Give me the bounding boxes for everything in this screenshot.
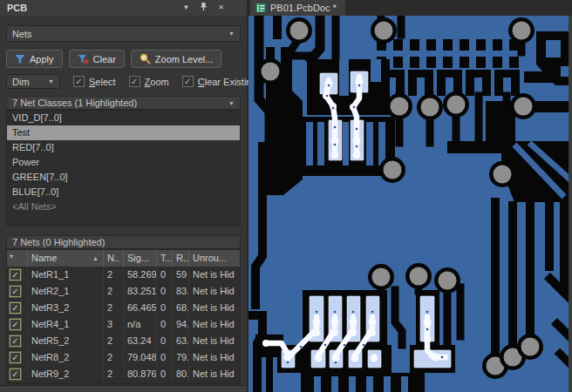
net-class-item[interactable]: RED[7..0]	[7, 140, 240, 155]
net-cell-unrouted: Net is Hid	[189, 300, 240, 316]
net-class-item[interactable]: GREEN[7..0]	[7, 170, 240, 185]
net-visible-checkbox[interactable]: ✓	[10, 352, 21, 363]
net-cell-nodes: 2	[104, 283, 124, 300]
nets-table-header: *Name▲N..Sig...T...R...Unrou...	[7, 250, 240, 267]
browse-mode-select[interactable]: Nets ▼	[6, 25, 241, 42]
net-cell-name: NetR1_1	[28, 267, 104, 283]
net-cell-unrouted: Net is Hid	[189, 267, 240, 283]
net-cell-t: 0	[157, 366, 173, 382]
zoom-level-button[interactable]: Zoom Level...	[131, 50, 222, 68]
net-checkbox-cell: ✓	[7, 300, 28, 316]
net-cell-t: 0	[157, 333, 173, 349]
net-class-list: VID_D[7..0]TestRED[7..0]PowerGREEN[7..0]…	[6, 110, 241, 226]
highlight-options-row: Dim ▼ ✓Select✓Zoom✓Clear Existing	[6, 74, 257, 89]
net-cell-name: NetR9_2	[28, 366, 104, 382]
net-cell-signal: 58.269	[124, 267, 157, 283]
nets-header: 7 Nets (0 Highlighted)	[6, 235, 241, 249]
net-cell-routed: 68.	[173, 300, 189, 316]
net-cell-name: NetR8_2	[28, 349, 104, 366]
net-cell-routed: 63.	[173, 333, 189, 349]
net-visible-checkbox[interactable]: ✓	[10, 335, 21, 347]
chevron-down-icon: ▼	[228, 100, 235, 106]
net-visible-checkbox[interactable]: ✓	[10, 302, 21, 314]
panel-title: PCB	[7, 3, 182, 13]
net-cell-name: NetR2_1	[28, 283, 104, 300]
via-pad	[375, 22, 393, 40]
net-cell-routed: 94.	[173, 316, 189, 333]
panel-resize-strip[interactable]	[0, 385, 247, 392]
net-cell-t: 0	[157, 316, 173, 333]
checkbox-box[interactable]: ✓	[73, 76, 85, 87]
via-pad	[290, 22, 309, 40]
nets-table-body: ✓NetR1_1258.269059Net is Hid✓NetR2_1283.…	[7, 267, 240, 382]
checkbox-box[interactable]: ✓	[182, 76, 194, 87]
net-class-item[interactable]: <All Nets>	[7, 199, 240, 214]
net-row-netr2_1[interactable]: ✓NetR2_1283.251083.Net is Hid	[7, 283, 240, 300]
funnel-clear-icon	[78, 54, 89, 64]
column-header-sig[interactable]: Sig...	[124, 250, 157, 267]
net-cell-routed: 59	[173, 267, 189, 283]
clear-button[interactable]: Clear	[69, 50, 125, 68]
checkbox-clear-existing[interactable]: ✓Clear Existing	[182, 76, 257, 87]
nets-header-label: 7 Nets (0 Highlighted)	[12, 237, 105, 247]
altium-workspace: PCB ▼ ✕ Nets ▼ Apply Clear	[0, 0, 572, 392]
net-checkbox-cell: ✓	[7, 333, 28, 349]
column-header-name[interactable]: Name▲	[28, 250, 104, 267]
panel-titlebar: PCB ▼ ✕	[0, 0, 247, 16]
close-icon[interactable]: ✕	[218, 3, 224, 12]
column-header-[interactable]: *	[7, 250, 28, 267]
net-checkbox-cell: ✓	[7, 349, 28, 366]
via-pad	[421, 98, 439, 117]
pcb-canvas[interactable]	[249, 16, 572, 392]
net-class-item[interactable]: Test	[7, 125, 240, 140]
net-cell-signal: 66.465	[124, 300, 157, 316]
net-cell-name: NetR3_2	[28, 300, 104, 316]
net-cell-signal: 80.876	[124, 366, 157, 382]
via-pad	[447, 96, 466, 114]
browse-mode-value: Nets	[12, 29, 32, 39]
action-buttons: Apply Clear Zoom Level...	[6, 50, 221, 68]
tab-pb01-pcbdoc[interactable]: PB01.PcbDoc *	[250, 0, 345, 16]
net-row-netr4_1[interactable]: ✓NetR4_13n/a094.Net is Hid	[7, 316, 240, 333]
net-cell-routed: 83.	[173, 283, 189, 300]
net-cell-t: 0	[157, 349, 173, 366]
checkbox-select[interactable]: ✓Select	[73, 76, 116, 87]
via-pad	[410, 267, 428, 286]
net-row-netr5_2[interactable]: ✓NetR5_2263.24063.Net is Hid	[7, 333, 240, 349]
net-cell-name: NetR4_1	[28, 316, 104, 333]
tab-label: PB01.PcbDoc *	[270, 3, 337, 13]
funnel-icon	[15, 54, 25, 64]
apply-button[interactable]: Apply	[6, 50, 63, 68]
chevron-down-icon: ▼	[228, 30, 235, 37]
net-class-item[interactable]: VID_D[7..0]	[7, 111, 240, 125]
document-tabbar: PB01.PcbDoc *	[249, 0, 572, 16]
net-visible-checkbox[interactable]: ✓	[10, 319, 21, 330]
checkbox-box[interactable]: ✓	[129, 76, 140, 87]
net-class-item[interactable]: BLUE[7..0]	[7, 185, 240, 199]
net-cell-routed: 80.	[173, 366, 189, 382]
net-cell-nodes: 2	[104, 333, 124, 349]
via-pad	[513, 22, 531, 40]
column-header-r[interactable]: R...	[173, 250, 189, 267]
panel-menu-dropdown-icon[interactable]: ▼	[182, 3, 189, 12]
net-visible-checkbox[interactable]: ✓	[10, 368, 21, 380]
column-header-n[interactable]: N..	[104, 250, 124, 267]
net-row-netr3_2[interactable]: ✓NetR3_2266.465068.Net is Hid	[7, 300, 240, 316]
pin-icon[interactable]	[200, 3, 208, 14]
net-visible-checkbox[interactable]: ✓	[10, 286, 21, 297]
net-class-item[interactable]: Power	[7, 155, 240, 170]
column-header-unrou[interactable]: Unrou...	[189, 250, 240, 267]
net-row-netr9_2[interactable]: ✓NetR9_2280.876080.Net is Hid	[7, 366, 240, 382]
net-visible-checkbox[interactable]: ✓	[10, 269, 21, 280]
net-classes-header[interactable]: 7 Net Classes (1 Highlighted) ▼	[6, 96, 241, 110]
checkbox-label: Select	[89, 77, 116, 87]
net-checkbox-cell: ✓	[7, 316, 28, 333]
dim-mode-select[interactable]: Dim ▼	[6, 74, 60, 89]
magnifier-icon	[140, 53, 151, 64]
net-cell-nodes: 2	[104, 349, 124, 366]
checkbox-label: Zoom	[145, 77, 169, 87]
net-row-netr1_1[interactable]: ✓NetR1_1258.269059Net is Hid	[7, 267, 240, 283]
checkbox-zoom[interactable]: ✓Zoom	[129, 76, 169, 87]
net-row-netr8_2[interactable]: ✓NetR8_2279.048079.Net is Hid	[7, 349, 240, 366]
column-header-t[interactable]: T...	[157, 250, 173, 267]
